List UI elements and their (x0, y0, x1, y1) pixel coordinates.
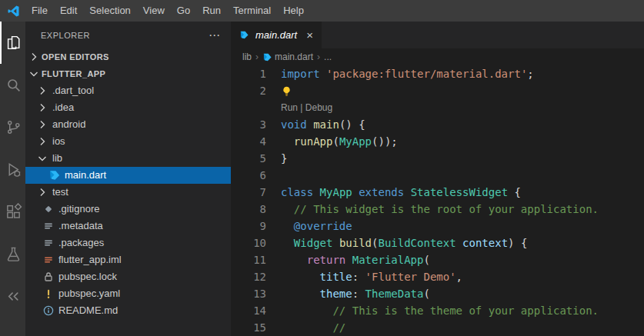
code-line-11: 11 return MaterialApp( (231, 251, 644, 268)
code-text: } (266, 150, 287, 167)
editor-tab-main-dart[interactable]: main.dart × (231, 22, 322, 48)
activity-references-icon[interactable] (0, 275, 25, 318)
code-lens: Run | Debug (266, 99, 332, 116)
more-actions-icon[interactable]: ⋯ (209, 29, 220, 41)
chevron-down-icon (28, 68, 40, 80)
menu-item-file[interactable]: File (25, 0, 54, 22)
line-number: 7 (231, 186, 266, 198)
code-line-15: 15 // (231, 319, 644, 336)
line-number: 14 (231, 304, 266, 317)
explorer-title: EXPLORER (41, 31, 90, 40)
dart-icon (239, 30, 249, 40)
tree-item-pubspec-yaml[interactable]: pubspec.yaml (25, 285, 231, 302)
code-line-2: 2 (231, 82, 644, 99)
tree-item-idea[interactable]: .idea (25, 99, 231, 116)
tree-item-label: test (52, 184, 68, 201)
menu-item-terminal[interactable]: Terminal (227, 0, 277, 22)
line-number: 1 (231, 68, 266, 80)
tree-item-test[interactable]: test (25, 184, 231, 201)
code-text: Widget build(BuildContext context) { (266, 235, 527, 251)
activity-search-icon[interactable] (0, 64, 25, 106)
dart-icon (262, 52, 272, 62)
menu-item-selection[interactable]: Selection (83, 0, 136, 22)
vscode-logo-icon (0, 5, 25, 18)
menu-item-run[interactable]: Run (196, 0, 227, 22)
explorer-sidebar: EXPLORER ⋯ OPEN EDITORS FLUTTER_APP .dar… (25, 22, 231, 336)
activity-extensions-icon[interactable] (0, 191, 25, 233)
menu-item-go[interactable]: Go (171, 0, 196, 22)
code-text: class MyApp extends StatelessWidget { (266, 184, 521, 201)
code-text: // This widget is the root of your appli… (266, 201, 599, 218)
tree-item-flutter-app-iml[interactable]: flutter_app.iml (25, 251, 231, 268)
lightbulb-icon[interactable] (281, 85, 292, 96)
activity-source-control-icon[interactable] (0, 106, 25, 148)
menu-item-view[interactable]: View (137, 0, 171, 22)
tree-item-label: .packages (58, 235, 104, 251)
code-text: // (266, 319, 345, 336)
code-lens-run[interactable]: Run (281, 102, 298, 113)
code-text: @override (266, 218, 352, 235)
line-number: 5 (231, 152, 266, 165)
tree-item-readme-md[interactable]: README.md (25, 302, 231, 319)
tree-item-android[interactable]: android (25, 116, 231, 133)
tree-item-label: pubspec.yaml (58, 285, 120, 302)
explorer-header: EXPLORER ⋯ (25, 22, 231, 48)
code-lens-separator: | (298, 102, 305, 113)
tree-item-label: .gitignore (58, 201, 99, 218)
line-number: 3 (231, 118, 266, 131)
tree-item-ios[interactable]: ios (25, 133, 231, 150)
activity-explorer-icon[interactable] (0, 22, 25, 64)
tree-item-main-dart[interactable]: main.dart (25, 167, 231, 184)
code-lens-debug[interactable]: Debug (305, 102, 332, 113)
code-editor[interactable]: 1import 'package:flutter/material.dart';… (231, 65, 644, 336)
code-line-6: 6 (231, 167, 644, 184)
line-number: 11 (231, 254, 266, 266)
menu-items: FileEditSelectionViewGoRunTerminalHelp (25, 0, 310, 22)
code-text: theme: ThemeData( (266, 285, 430, 302)
line-number: 2 (231, 85, 266, 97)
chevron-down-icon (36, 152, 48, 165)
yaml-icon (42, 288, 55, 300)
chevron-right-icon (36, 85, 48, 97)
code-text: // This is the theme of your application… (266, 302, 599, 319)
breadcrumb-item-[interactable]: ... (324, 52, 332, 62)
breadcrumb-separator: › (255, 52, 259, 62)
code-line-5: 5} (231, 150, 644, 167)
tree-item-label: .metadata (58, 218, 103, 235)
tree-item-label: main.dart (65, 167, 106, 184)
tree-item-gitignore[interactable]: .gitignore (25, 201, 231, 218)
menu-item-help[interactable]: Help (277, 0, 310, 22)
tree-item-label: lib (52, 150, 62, 167)
code-line-3: 3void main() { (231, 116, 644, 133)
tree-item-lib[interactable]: lib (25, 150, 231, 167)
breadcrumb-item-main-dart[interactable]: main.dart (262, 52, 313, 62)
file-lines-icon (42, 220, 55, 232)
code-line-1: 1import 'package:flutter/material.dart'; (231, 65, 644, 82)
code-lens-row: Run | Debug (231, 99, 644, 116)
info-icon (42, 304, 55, 317)
file-lines-icon (42, 237, 55, 249)
tree-item-label: ios (52, 133, 65, 150)
chevron-right-icon (28, 51, 40, 63)
tree-item-metadata[interactable]: .metadata (25, 218, 231, 235)
breadcrumb-item-lib[interactable]: lib (242, 52, 252, 62)
code-line-9: 9 @override (231, 218, 644, 235)
tab-close-icon[interactable]: × (306, 28, 313, 42)
line-number: 6 (231, 169, 266, 181)
tree-item-pubspec-lock[interactable]: pubspec.lock (25, 268, 231, 285)
tree-item-dart-tool[interactable]: .dart_tool (25, 82, 231, 99)
root-folder-section[interactable]: FLUTTER_APP (25, 65, 231, 82)
menu-item-edit[interactable]: Edit (54, 0, 83, 22)
chevron-right-icon (36, 118, 48, 131)
iml-icon (42, 254, 55, 266)
open-editors-section[interactable]: OPEN EDITORS (25, 48, 231, 65)
code-text: title: 'Flutter Demo', (266, 268, 462, 285)
code-text (266, 82, 295, 99)
tree-item-packages[interactable]: .packages (25, 235, 231, 251)
line-number: 13 (231, 288, 266, 300)
activity-run-debug-icon[interactable] (0, 148, 25, 191)
line-number: 9 (231, 220, 266, 232)
dart-icon (48, 169, 61, 181)
activity-testing-icon[interactable] (0, 233, 25, 275)
git-icon (42, 203, 55, 215)
